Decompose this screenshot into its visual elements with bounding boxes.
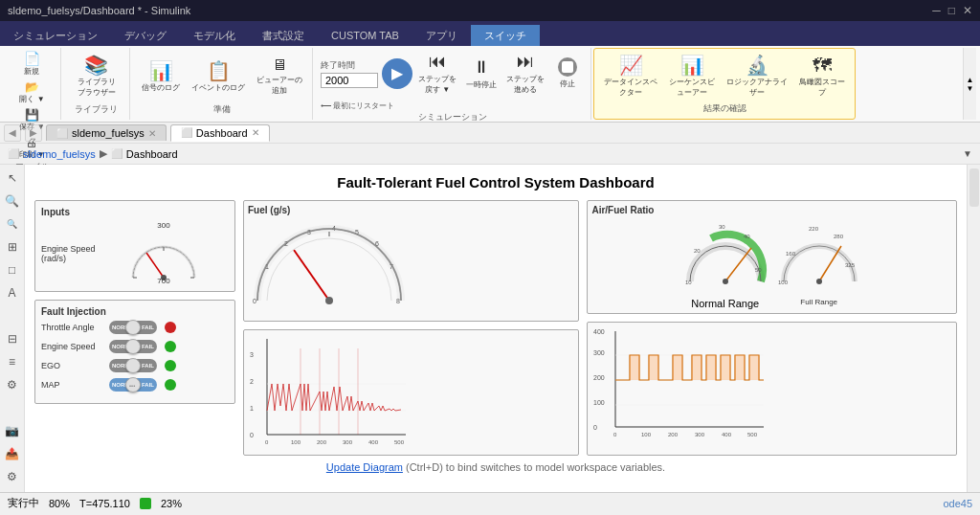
back-button[interactable]: ◀ [4, 124, 21, 142]
svg-line-16 [294, 250, 329, 301]
svg-text:20: 20 [694, 248, 701, 254]
breadcrumb-item-2[interactable]: Dashboard [126, 148, 178, 160]
breadcrumb-dropdown[interactable]: ▼ [963, 148, 972, 159]
close-button[interactable]: ✕ [963, 4, 972, 17]
svg-text:500: 500 [394, 439, 405, 445]
breadcrumb-icon: ⬜ [8, 148, 19, 159]
zoom-out-icon[interactable]: 🔍 [3, 214, 22, 234]
title-bar-controls: ─ □ ✕ [932, 4, 972, 17]
engine-status-dot [165, 341, 176, 352]
step-back-button[interactable]: ⏮ ステップを戻す ▼ [414, 50, 460, 97]
map-knob: ••• [125, 377, 141, 392]
close-sldemo-tab[interactable]: ✕ [148, 128, 156, 139]
run-button[interactable]: ▶ [382, 58, 412, 89]
ribbon-group-simulation-content: 終了時間 ▶ ⏮ ステップを戻す ▼ ⏸ 一時停止 [321, 50, 585, 111]
throttle-toggle[interactable]: NORMAL FAIL [109, 321, 157, 334]
settings-icon[interactable]: ⚙ [3, 467, 22, 486]
stop-button[interactable]: 停止 [550, 56, 585, 91]
screenshot-icon[interactable]: 📷 [3, 421, 22, 440]
ribbon-group-library-label: ライブラリ [75, 103, 118, 118]
breadcrumb-item-1[interactable]: sldemo_fuelsys [23, 148, 96, 160]
right-sidebar [967, 165, 980, 492]
close-dashboard-tab[interactable]: ✕ [252, 127, 259, 138]
update-diagram-link[interactable]: Update Diagram [326, 461, 403, 473]
svg-text:0: 0 [265, 439, 269, 445]
fuel-gauge-svg: 0 1 2 3 4 5 6 7 8 [248, 219, 411, 315]
data-inspector-button[interactable]: 📈 データインスペクター [600, 54, 661, 100]
zoom-in-icon[interactable]: 🔍 [3, 191, 22, 211]
throttle-angle-label: Throttle Angle [41, 323, 103, 332]
air-fuel-chart-panel: 0 100 200 300 400 0 100 200 300 400 500 [587, 322, 957, 456]
map-status-dot [165, 379, 176, 391]
svg-text:400: 400 [368, 439, 379, 445]
svg-text:0: 0 [253, 298, 256, 304]
fit-view-icon[interactable]: ⊞ [3, 237, 22, 257]
subsystem-icon[interactable]: □ [3, 260, 22, 280]
ribbon-group-prepare-content: 📊 信号のログ 📋 イベントのログ 🖥 ビューアーの追加 [138, 50, 306, 103]
new-button[interactable]: 📄 新規 [16, 50, 47, 78]
normal-range-gauge: 10 20 30 40 50 Normal Range [682, 219, 768, 309]
svg-text:4: 4 [332, 225, 336, 232]
engine-toggle[interactable]: NORMAL FAIL [109, 340, 157, 353]
map-toggle[interactable]: NORMAL FAIL ••• [109, 378, 157, 392]
solver-label[interactable]: ode45 [943, 498, 972, 509]
step-fwd-button[interactable]: ⏭ ステップを進める [502, 50, 548, 97]
restart-button[interactable]: ⟵ 最初にリスタート [321, 101, 394, 111]
signal-log-button[interactable]: 📊 信号のログ [138, 59, 184, 95]
tab-debug[interactable]: デバッグ [111, 25, 180, 46]
maximize-button[interactable]: □ [948, 4, 955, 17]
vertical-scrollbar[interactable] [969, 168, 979, 207]
viewer-add-button[interactable]: 🖥 ビューアーの追加 [253, 56, 306, 98]
ribbon-group-results-label: 結果の確認 [703, 102, 746, 117]
svg-text:300: 300 [593, 349, 605, 356]
sequence-viewer-button[interactable]: 📊 シーケンスビューアー [665, 54, 719, 100]
fault-injection-title: Fault Injection [41, 306, 229, 317]
blocks-icon[interactable]: ⊟ [3, 329, 22, 348]
tab-format[interactable]: 書式設定 [249, 25, 318, 46]
svg-text:100: 100 [291, 439, 301, 445]
forward-button[interactable]: ▶ [25, 124, 42, 142]
select-tool-icon[interactable]: ↖ [3, 168, 22, 188]
signals-icon[interactable]: ≡ [3, 352, 22, 371]
panel-left: Inputs Engine Speed (rad/s) 300 [34, 200, 235, 456]
inputs-panel: Inputs Engine Speed (rad/s) 300 [34, 200, 235, 292]
doc-tab-dashboard[interactable]: ⬜ Dashboard ✕ [170, 124, 270, 142]
tab-switch[interactable]: スイッチ [471, 25, 540, 46]
minimize-button[interactable]: ─ [932, 4, 941, 17]
svg-text:2: 2 [250, 378, 254, 385]
air-fuel-chart-svg: 0 100 200 300 400 0 100 200 300 400 500 [591, 326, 768, 441]
ribbon-group-file-content: 📄 新規 📂 開く ▼ 💾 保存 ▼ 🖨 印刷 ▼ [16, 50, 47, 161]
properties-icon[interactable]: ⚙ [3, 375, 22, 394]
air-fuel-title: Air/Fuel Ratio [591, 205, 952, 215]
svg-line-41 [725, 248, 751, 281]
export-icon[interactable]: 📤 [3, 444, 22, 463]
fuel-panel: Fuel (g/s) 0 1 2 3 4 5 6 [243, 200, 579, 322]
ribbon-group-simulation-label: シミュレーション [418, 111, 487, 125]
svg-text:220: 220 [809, 226, 819, 232]
pause-button[interactable]: ⏸ 一時停止 [462, 56, 501, 92]
svg-point-42 [723, 279, 728, 284]
ego-toggle[interactable]: NORMAL FAIL [109, 359, 157, 372]
doc-tab-sldemo[interactable]: ⬜ sldemo_fuelsys ✕ [46, 124, 167, 141]
tab-modeling[interactable]: モデル化 [180, 25, 249, 46]
sim-time-input[interactable] [321, 73, 378, 88]
event-log-button[interactable]: 📋 イベントのログ [188, 59, 249, 95]
ribbon-scroll[interactable]: ▲ ▼ [963, 48, 976, 120]
status-bar: 実行中 80% T=475.110 23% ode45 [0, 492, 980, 513]
tab-apps[interactable]: アプリ [412, 25, 471, 46]
svg-text:400: 400 [593, 328, 605, 335]
open-button[interactable]: 📂 開く ▼ [16, 79, 47, 105]
svg-text:50: 50 [755, 267, 762, 273]
ribbon-group-results: 📈 データインスペクター 📊 シーケンスビューアー 🔬 ロジックアナライザー 🗺… [593, 48, 856, 120]
tab-simulation[interactable]: シミュレーション [0, 25, 111, 46]
tab-customtab[interactable]: CUSTOM TAB [318, 25, 412, 46]
inputs-title: Inputs [41, 207, 229, 217]
bird-eye-button[interactable]: 🗺 鳥瞰図スコープ [795, 54, 849, 100]
library-browser-button[interactable]: 📚 ライブラリブラウザー [74, 54, 120, 100]
engine-speed-label: Engine Speed (rad/s) [41, 244, 118, 263]
middle-panel: Fuel (g/s) 0 1 2 3 4 5 6 [243, 200, 579, 456]
annotation-icon[interactable]: A [3, 283, 22, 302]
logic-analyzer-button[interactable]: 🔬 ロジックアナライザー [723, 54, 791, 100]
gauge-top-val: 300 [125, 221, 202, 230]
dashboard-title: Fault-Tolerant Fuel Control System Dashb… [34, 174, 957, 190]
